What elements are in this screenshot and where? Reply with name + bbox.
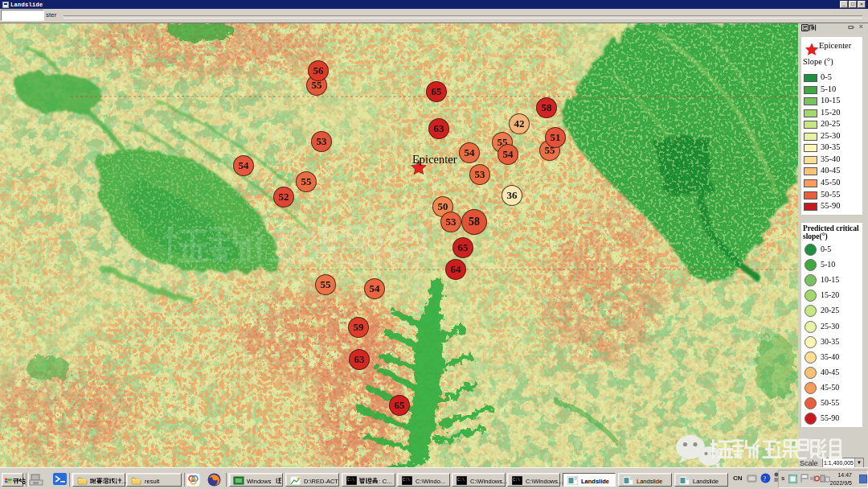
svg-text:?: ?: [764, 475, 767, 483]
svg-text:C:\: C:\: [347, 478, 354, 483]
svg-text:C:\: C:\: [457, 478, 465, 483]
svg-text:C:\: C:\: [513, 478, 520, 483]
svg-text:C:\: C:\: [403, 478, 410, 483]
svg-text:Epicenter: Epicenter: [412, 153, 457, 166]
